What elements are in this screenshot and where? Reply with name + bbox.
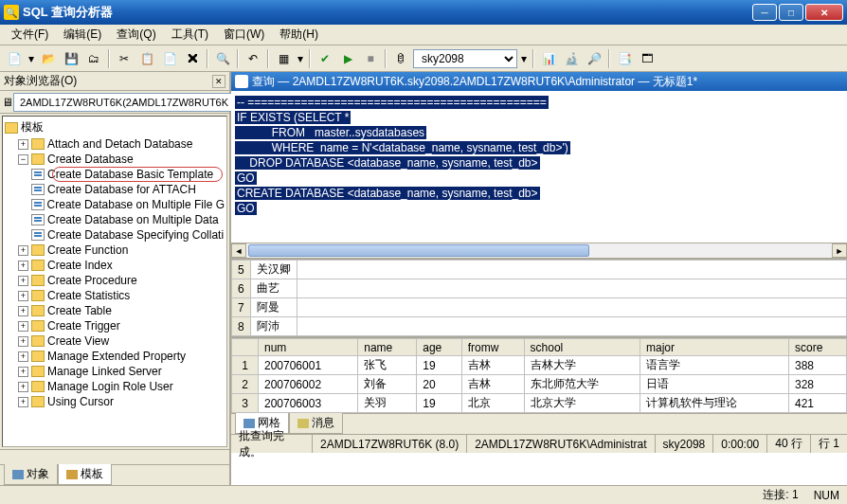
menu-window[interactable]: 窗口(W) <box>216 25 272 45</box>
panel-close-icon[interactable]: ✕ <box>212 75 225 88</box>
estimated-plan-icon[interactable]: 📊 <box>538 48 559 69</box>
stop-icon[interactable]: ■ <box>360 48 381 69</box>
tree-item[interactable]: +Manage Linked Server <box>5 364 225 379</box>
database-combo[interactable]: sky2098 <box>413 49 517 68</box>
undo-icon[interactable]: ↶ <box>243 48 263 69</box>
save-icon[interactable]: 💾 <box>61 48 81 69</box>
parse-icon[interactable]: ✔ <box>315 48 335 69</box>
scroll-right-icon[interactable]: ► <box>832 243 847 258</box>
menu-file[interactable]: 文件(F) <box>4 25 56 45</box>
column-header[interactable]: fromw <box>461 339 524 356</box>
find-icon[interactable]: 🔍 <box>212 48 233 69</box>
tree-item[interactable]: Create Database Basic Template <box>5 167 225 182</box>
column-header[interactable]: age <box>417 339 462 356</box>
dropdown-icon[interactable]: ▾ <box>519 48 529 69</box>
expand-icon[interactable]: + <box>18 261 28 271</box>
folder-icon <box>31 244 45 256</box>
tree-label: Manage Linked Server <box>47 365 162 378</box>
object-browser-icon[interactable]: 🔎 <box>584 48 604 69</box>
sql-editor[interactable]: -- =====================================… <box>231 91 847 260</box>
cell <box>297 279 846 298</box>
tab-objects[interactable]: 对象 <box>4 464 58 485</box>
maximize-button[interactable]: □ <box>779 4 803 21</box>
table-row[interactable]: 1200706001张飞19吉林吉林大学语言学388 <box>232 356 847 375</box>
new-query-icon[interactable]: 📄 <box>4 48 25 69</box>
tree-item[interactable]: +Create Function <box>5 243 225 258</box>
tree-item[interactable]: Create Database on Multiple Data <box>5 212 225 227</box>
expand-icon[interactable]: − <box>18 154 28 165</box>
execute-icon[interactable]: ▶ <box>337 48 358 69</box>
results-grid: numnameagefromwschoolmajorscore 12007060… <box>231 338 847 413</box>
scroll-thumb[interactable] <box>248 244 589 257</box>
toolbar: 📄 ▾ 📂 💾 🗂 ✂ 📋 📄 🗙 🔍 ↶ ▦ ▾ ✔ ▶ ■ 🛢 sky209… <box>0 45 847 72</box>
show-results-icon[interactable]: 📑 <box>614 48 635 69</box>
table-row[interactable]: 2200706002刘备20吉林东北师范大学日语328 <box>232 375 847 394</box>
expand-icon[interactable]: + <box>18 245 28 256</box>
copy-icon[interactable]: 📋 <box>136 48 157 69</box>
tree-item[interactable]: +Create Trigger <box>5 318 225 333</box>
rownum-header <box>232 339 259 356</box>
open-icon[interactable]: 📂 <box>38 48 59 69</box>
tree-label: Create Table <box>47 304 112 317</box>
cell: 阿沛 <box>250 317 297 336</box>
server-combo[interactable]: 2AMDL17ZW8RUT6K(2AMDL17ZW8RUT6K <box>13 93 247 112</box>
close-button[interactable]: ✕ <box>805 4 843 21</box>
scroll-left-icon[interactable]: ◄ <box>231 243 246 258</box>
tree-hscroll[interactable] <box>0 449 229 464</box>
layout-icon[interactable]: ▦ <box>273 48 294 69</box>
column-header[interactable]: num <box>259 339 358 356</box>
table-row[interactable]: 5关汉卿 <box>232 261 847 279</box>
expand-icon[interactable]: + <box>18 291 28 301</box>
tree-item[interactable]: +Using Cursor <box>5 394 225 409</box>
dropdown-icon[interactable]: ▾ <box>27 48 36 69</box>
menu-edit[interactable]: 编辑(E) <box>56 25 109 45</box>
expand-icon[interactable]: + <box>18 321 28 332</box>
tree-item[interactable]: −Create Database <box>5 152 225 167</box>
expand-icon[interactable]: + <box>18 397 28 407</box>
column-header[interactable]: major <box>640 339 788 356</box>
window-list-icon[interactable]: 🗔 <box>637 48 658 69</box>
tree-item[interactable]: +Manage Extended Property <box>5 349 225 364</box>
expand-icon[interactable]: + <box>18 306 28 316</box>
menu-help[interactable]: 帮助(H) <box>272 25 326 45</box>
tree-item[interactable]: +Create View <box>5 333 225 349</box>
dropdown-icon[interactable]: ▾ <box>296 48 305 69</box>
tree-item[interactable]: +Create Statistics <box>5 288 225 303</box>
tab-templates[interactable]: 模板 <box>58 464 112 485</box>
tree-item[interactable]: Create Database for ATTACH <box>5 182 225 197</box>
cell: 19 <box>417 394 462 413</box>
column-header[interactable]: school <box>524 339 640 356</box>
tree-label: Create Database for ATTACH <box>47 183 196 196</box>
expand-icon[interactable]: + <box>18 336 28 347</box>
tree-item[interactable]: +Manage Login Role User <box>5 379 225 394</box>
trace-icon[interactable]: 🔬 <box>561 48 582 69</box>
tree-item[interactable]: +Create Procedure <box>5 273 225 288</box>
paste-icon[interactable]: 📄 <box>159 48 180 69</box>
table-row[interactable]: 6曲艺 <box>232 279 847 298</box>
column-header[interactable]: score <box>788 339 846 356</box>
tree-root[interactable]: 模板 <box>5 118 225 136</box>
table-row[interactable]: 3200706003关羽19北京北京大学计算机软件与理论421 <box>232 394 847 413</box>
expand-icon[interactable]: + <box>18 276 28 286</box>
tree-item[interactable]: +Attach and Detach Database <box>5 136 225 152</box>
tree-item[interactable]: +Create Table <box>5 303 225 318</box>
expand-icon[interactable]: + <box>18 382 28 392</box>
tree-item[interactable]: Create Database Specifying Collati <box>5 227 225 243</box>
menu-query[interactable]: 查询(Q) <box>109 25 163 45</box>
expand-icon[interactable]: + <box>18 139 28 150</box>
editor-hscroll[interactable]: ◄ ► <box>231 243 847 258</box>
cut-icon[interactable]: ✂ <box>114 48 135 69</box>
tree-item[interactable]: +Create Index <box>5 258 225 273</box>
table-row[interactable]: 7阿曼 <box>232 298 847 317</box>
clear-icon[interactable]: 🗙 <box>182 48 203 69</box>
minimize-button[interactable]: ─ <box>752 4 777 21</box>
status-line: 行 1 <box>811 435 847 453</box>
table-row[interactable]: 8阿沛 <box>232 317 847 336</box>
expand-icon[interactable]: + <box>18 351 28 362</box>
menu-tools[interactable]: 工具(T) <box>164 25 216 45</box>
save-all-icon[interactable]: 🗂 <box>83 48 104 69</box>
column-header[interactable]: name <box>358 339 417 356</box>
tree-item[interactable]: Create Database on Multiple File G <box>5 197 225 212</box>
expand-icon[interactable]: + <box>18 367 28 377</box>
folder-icon <box>31 260 45 271</box>
